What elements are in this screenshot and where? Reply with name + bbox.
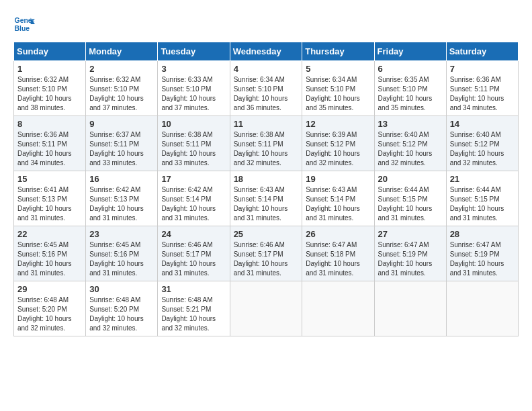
day-number: 19 (306, 174, 370, 184)
day-number: 15 (17, 174, 82, 184)
day-info: Sunrise: 6:47 AM Sunset: 5:18 PM Dayligh… (306, 240, 370, 278)
calendar-cell: 1 Sunrise: 6:32 AM Sunset: 5:10 PM Dayli… (14, 61, 86, 116)
day-number: 18 (234, 174, 299, 184)
day-number: 24 (161, 229, 226, 239)
calendar-cell: 26 Sunrise: 6:47 AM Sunset: 5:18 PM Dayl… (302, 226, 374, 281)
calendar-cell: 30 Sunrise: 6:48 AM Sunset: 5:20 PM Dayl… (86, 281, 158, 336)
day-number: 25 (234, 229, 299, 239)
calendar-cell: 10 Sunrise: 6:38 AM Sunset: 5:11 PM Dayl… (158, 116, 230, 171)
day-info: Sunrise: 6:43 AM Sunset: 5:14 PM Dayligh… (234, 185, 299, 223)
day-info: Sunrise: 6:40 AM Sunset: 5:12 PM Dayligh… (378, 130, 443, 168)
day-info: Sunrise: 6:45 AM Sunset: 5:16 PM Dayligh… (17, 240, 82, 278)
calendar-cell: 31 Sunrise: 6:48 AM Sunset: 5:21 PM Dayl… (158, 281, 230, 336)
calendar-cell: 29 Sunrise: 6:48 AM Sunset: 5:20 PM Dayl… (14, 281, 86, 336)
calendar-cell (302, 281, 374, 336)
day-info: Sunrise: 6:36 AM Sunset: 5:11 PM Dayligh… (450, 75, 515, 113)
day-info: Sunrise: 6:46 AM Sunset: 5:17 PM Dayligh… (161, 240, 226, 278)
day-info: Sunrise: 6:41 AM Sunset: 5:13 PM Dayligh… (17, 185, 82, 223)
calendar-cell: 9 Sunrise: 6:37 AM Sunset: 5:11 PM Dayli… (86, 116, 158, 171)
week-row-1: 1 Sunrise: 6:32 AM Sunset: 5:10 PM Dayli… (14, 61, 519, 116)
calendar-cell: 27 Sunrise: 6:47 AM Sunset: 5:19 PM Dayl… (374, 226, 446, 281)
day-info: Sunrise: 6:43 AM Sunset: 5:14 PM Dayligh… (306, 185, 370, 223)
day-info: Sunrise: 6:32 AM Sunset: 5:10 PM Dayligh… (17, 75, 82, 113)
calendar-cell (374, 281, 446, 336)
day-info: Sunrise: 6:40 AM Sunset: 5:12 PM Dayligh… (450, 130, 515, 168)
calendar-cell (446, 281, 518, 336)
day-number: 11 (234, 119, 299, 129)
calendar-cell: 24 Sunrise: 6:46 AM Sunset: 5:17 PM Dayl… (158, 226, 230, 281)
day-number: 13 (378, 119, 443, 129)
header-wednesday: Wednesday (230, 42, 302, 61)
day-number: 30 (89, 284, 154, 294)
calendar-cell: 21 Sunrise: 6:44 AM Sunset: 5:15 PM Dayl… (446, 171, 518, 226)
calendar-cell: 18 Sunrise: 6:43 AM Sunset: 5:14 PM Dayl… (230, 171, 302, 226)
calendar-cell: 3 Sunrise: 6:33 AM Sunset: 5:10 PM Dayli… (158, 61, 230, 116)
calendar: SundayMondayTuesdayWednesdayThursdayFrid… (13, 42, 519, 336)
calendar-cell: 25 Sunrise: 6:46 AM Sunset: 5:17 PM Dayl… (230, 226, 302, 281)
calendar-cell (230, 281, 302, 336)
day-info: Sunrise: 6:38 AM Sunset: 5:11 PM Dayligh… (234, 130, 299, 168)
header-saturday: Saturday (446, 42, 518, 61)
calendar-cell: 13 Sunrise: 6:40 AM Sunset: 5:12 PM Dayl… (374, 116, 446, 171)
day-info: Sunrise: 6:46 AM Sunset: 5:17 PM Dayligh… (234, 240, 299, 278)
day-info: Sunrise: 6:33 AM Sunset: 5:10 PM Dayligh… (161, 75, 226, 113)
day-info: Sunrise: 6:47 AM Sunset: 5:19 PM Dayligh… (450, 240, 515, 278)
day-info: Sunrise: 6:45 AM Sunset: 5:16 PM Dayligh… (89, 240, 154, 278)
day-number: 20 (378, 174, 443, 184)
day-info: Sunrise: 6:37 AM Sunset: 5:11 PM Dayligh… (89, 130, 154, 168)
day-number: 28 (450, 229, 515, 239)
day-number: 9 (89, 119, 154, 129)
day-number: 22 (17, 229, 82, 239)
day-number: 31 (161, 284, 226, 294)
header-sunday: Sunday (14, 42, 86, 61)
calendar-cell: 15 Sunrise: 6:41 AM Sunset: 5:13 PM Dayl… (14, 171, 86, 226)
logo: General Blue (13, 13, 35, 35)
calendar-cell: 22 Sunrise: 6:45 AM Sunset: 5:16 PM Dayl… (14, 226, 86, 281)
calendar-cell: 12 Sunrise: 6:39 AM Sunset: 5:12 PM Dayl… (302, 116, 374, 171)
calendar-cell: 17 Sunrise: 6:42 AM Sunset: 5:14 PM Dayl… (158, 171, 230, 226)
day-number: 4 (234, 64, 299, 74)
day-number: 5 (306, 64, 370, 74)
week-row-4: 22 Sunrise: 6:45 AM Sunset: 5:16 PM Dayl… (14, 226, 519, 281)
day-info: Sunrise: 6:34 AM Sunset: 5:10 PM Dayligh… (306, 75, 370, 113)
calendar-cell: 4 Sunrise: 6:34 AM Sunset: 5:10 PM Dayli… (230, 61, 302, 116)
calendar-cell: 28 Sunrise: 6:47 AM Sunset: 5:19 PM Dayl… (446, 226, 518, 281)
day-info: Sunrise: 6:44 AM Sunset: 5:15 PM Dayligh… (450, 185, 515, 223)
day-number: 23 (89, 229, 154, 239)
day-number: 8 (17, 119, 82, 129)
day-info: Sunrise: 6:39 AM Sunset: 5:12 PM Dayligh… (306, 130, 370, 168)
day-info: Sunrise: 6:48 AM Sunset: 5:20 PM Dayligh… (89, 295, 154, 333)
day-number: 7 (450, 64, 515, 74)
calendar-cell: 16 Sunrise: 6:42 AM Sunset: 5:13 PM Dayl… (86, 171, 158, 226)
calendar-cell: 8 Sunrise: 6:36 AM Sunset: 5:11 PM Dayli… (14, 116, 86, 171)
day-number: 16 (89, 174, 154, 184)
day-info: Sunrise: 6:42 AM Sunset: 5:13 PM Dayligh… (89, 185, 154, 223)
day-number: 26 (306, 229, 370, 239)
calendar-cell: 5 Sunrise: 6:34 AM Sunset: 5:10 PM Dayli… (302, 61, 374, 116)
day-info: Sunrise: 6:32 AM Sunset: 5:10 PM Dayligh… (89, 75, 154, 113)
calendar-cell: 20 Sunrise: 6:44 AM Sunset: 5:15 PM Dayl… (374, 171, 446, 226)
day-number: 3 (161, 64, 226, 74)
day-info: Sunrise: 6:48 AM Sunset: 5:21 PM Dayligh… (161, 295, 226, 333)
day-number: 2 (89, 64, 154, 74)
day-number: 12 (306, 119, 370, 129)
day-number: 21 (450, 174, 515, 184)
day-info: Sunrise: 6:36 AM Sunset: 5:11 PM Dayligh… (17, 130, 82, 168)
day-number: 17 (161, 174, 226, 184)
day-info: Sunrise: 6:47 AM Sunset: 5:19 PM Dayligh… (378, 240, 443, 278)
day-info: Sunrise: 6:34 AM Sunset: 5:10 PM Dayligh… (234, 75, 299, 113)
week-row-5: 29 Sunrise: 6:48 AM Sunset: 5:20 PM Dayl… (14, 281, 519, 336)
day-number: 6 (378, 64, 443, 74)
calendar-cell: 19 Sunrise: 6:43 AM Sunset: 5:14 PM Dayl… (302, 171, 374, 226)
header-row: SundayMondayTuesdayWednesdayThursdayFrid… (14, 42, 519, 61)
header-thursday: Thursday (302, 42, 374, 61)
calendar-cell: 2 Sunrise: 6:32 AM Sunset: 5:10 PM Dayli… (86, 61, 158, 116)
day-info: Sunrise: 6:38 AM Sunset: 5:11 PM Dayligh… (161, 130, 226, 168)
header-tuesday: Tuesday (158, 42, 230, 61)
header-monday: Monday (86, 42, 158, 61)
day-number: 29 (17, 284, 82, 294)
day-number: 10 (161, 119, 226, 129)
calendar-cell: 11 Sunrise: 6:38 AM Sunset: 5:11 PM Dayl… (230, 116, 302, 171)
svg-text:Blue: Blue (15, 25, 30, 32)
day-info: Sunrise: 6:44 AM Sunset: 5:15 PM Dayligh… (378, 185, 443, 223)
